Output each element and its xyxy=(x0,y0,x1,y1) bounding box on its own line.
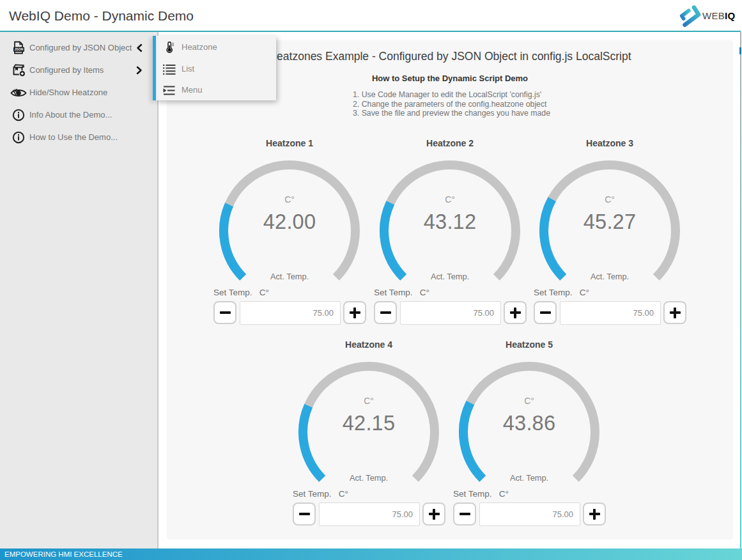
svg-text:JSON: JSON xyxy=(14,47,23,51)
